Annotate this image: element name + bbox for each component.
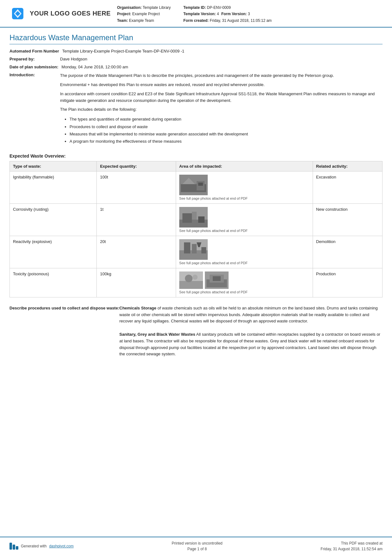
list-item: The types and quantities of waste genera… <box>70 115 383 123</box>
site-photo <box>179 271 203 289</box>
date-value: Monday, 04 June 2018, 12:00:00 am <box>62 65 383 69</box>
intro-para4: The Plan includes details on the followi… <box>60 106 383 113</box>
header-meta: Organisation: Template Library Project: … <box>117 3 383 24</box>
footer: Generated with dashpivot.com Printed ver… <box>0 537 392 555</box>
procedures-label: Describe procedures used to collect and … <box>9 305 119 311</box>
waste-activity: New construction <box>313 203 382 236</box>
table-row: Corrosivity (rusting) 1t See full page p… <box>10 203 383 236</box>
project-label: Project: <box>117 12 131 16</box>
header-meta-right: Template ID: DP-ENV-0009 Template Versio… <box>183 4 272 24</box>
footer-pdf-date: Friday, 31 August 2018, 11:52:54 am <box>321 546 383 552</box>
date-row: Date of plan submission: Monday, 04 June… <box>9 65 383 69</box>
waste-activity: Excavation <box>313 171 382 203</box>
main-content: Hazardous Waste Management Plan Automate… <box>0 28 392 537</box>
template-id-label: Template ID: <box>183 5 206 10</box>
org-line: Organisation: Template Library <box>117 4 171 11</box>
waste-type: Reactivity (explosive) <box>10 236 97 268</box>
template-version-value: 4 <box>217 12 219 16</box>
waste-table: Type of waste: Expected quantity: Area o… <box>9 161 383 297</box>
team-line: Team: Example Team <box>117 17 171 24</box>
project-line: Project: Example Project <box>117 11 171 17</box>
svg-point-22 <box>193 275 198 280</box>
document-title: Hazardous Waste Management Plan <box>9 33 383 44</box>
table-row: Ignitability (flammable) 100t See full p… <box>10 171 383 203</box>
svg-rect-18 <box>201 247 206 253</box>
list-item: A program for monitoring the effectivene… <box>70 138 383 145</box>
waste-area: See full page photos attached at end of … <box>176 171 313 203</box>
svg-rect-20 <box>179 281 203 289</box>
org-label: Organisation: <box>117 5 142 10</box>
table-header-row: Type of waste: Expected quantity: Area o… <box>10 161 383 171</box>
header: YOUR LOGO GOES HERE Organisation: Templa… <box>0 0 392 28</box>
date-label: Date of plan submission: <box>9 65 62 69</box>
site-photo <box>179 239 208 260</box>
footer-site-link[interactable]: dashpivot.com <box>49 544 73 548</box>
waste-quantity: 1t <box>97 203 176 236</box>
logo-icon <box>9 5 26 22</box>
waste-quantity: 100kg <box>97 268 176 297</box>
intro-para2: Environmental + has developed this Plan … <box>60 82 383 88</box>
list-item: Measures that will be implemented to min… <box>70 130 383 138</box>
team-value: Example Team <box>129 18 154 23</box>
footer-center: Printed version is uncontrolled Page 1 o… <box>172 540 223 552</box>
logo-area: YOUR LOGO GOES HERE <box>9 3 111 24</box>
footer-uncontrolled: Printed version is uncontrolled <box>172 540 223 546</box>
svg-rect-27 <box>9 543 12 550</box>
photo-caption: See full page photos attached at end of … <box>179 229 309 233</box>
waste-activity: Production <box>313 268 382 297</box>
logo-text: YOUR LOGO GOES HERE <box>30 10 111 17</box>
waste-type: Corrosivity (rusting) <box>10 203 97 236</box>
team-label: Team: <box>117 18 128 23</box>
procedures-content: Chemicals Storage of waste chemicals suc… <box>119 305 383 358</box>
sanitary-bold: Sanitary, Grey and Black Water Wastes <box>119 332 195 337</box>
form-number-value: Template Library-Example Project-Example… <box>62 49 383 53</box>
form-number-label: Automated Form Number <box>9 49 62 53</box>
form-created-label: Form created: <box>183 18 209 23</box>
site-photo <box>205 271 229 289</box>
form-created-value: Friday, 31 August 2018, 11:05:12 am <box>210 18 272 23</box>
waste-overview-title: Expected Waste Overview: <box>9 153 383 159</box>
form-number-row: Automated Form Number Template Library-E… <box>9 49 383 53</box>
footer-generated-text: Generated with <box>21 544 46 548</box>
template-version-label: Template Version: <box>183 12 216 16</box>
table-row: Reactivity (explosive) 20t See full page… <box>10 236 383 268</box>
header-meta-left: Organisation: Template Library Project: … <box>117 4 171 24</box>
intro-label: Introduction: <box>9 72 60 77</box>
footer-page: Page 1 of 8 <box>172 546 223 552</box>
col-header-area: Area of site impacted: <box>176 161 313 171</box>
svg-rect-15 <box>184 242 190 253</box>
photo-caption: See full page photos attached at end of … <box>179 290 309 294</box>
waste-activity: Demolition <box>313 236 382 268</box>
procedures-row: Describe procedures used to collect and … <box>9 302 383 358</box>
procedures-para1: Chemicals Storage of waste chemicals suc… <box>119 305 383 325</box>
waste-quantity: 100t <box>97 171 176 203</box>
svg-rect-26 <box>213 276 221 281</box>
footer-logo-icon <box>9 543 18 550</box>
waste-type: Ignitability (flammable) <box>10 171 97 203</box>
site-photo <box>179 207 208 228</box>
chemicals-storage-rest: of waste chemicals such as oils will be … <box>119 306 378 324</box>
form-version-label: Form Version: <box>221 12 247 16</box>
template-id-line: Template ID: DP-ENV-0009 <box>183 4 272 11</box>
col-header-type: Type of waste: <box>10 161 97 171</box>
intro-para3: In accordance with consent condition E22… <box>60 91 383 104</box>
org-value: Template Library <box>143 5 171 10</box>
template-version-line: Template Version: 4 Form Version: 3 <box>183 11 272 17</box>
photo-caption: See full page photos attached at end of … <box>179 196 309 200</box>
waste-area: See full page photos attached at end of … <box>176 203 313 236</box>
waste-area: See full page photos attached at end of … <box>176 268 313 297</box>
project-value: Example Project <box>132 12 160 16</box>
svg-rect-29 <box>16 546 18 550</box>
intro-list: The types and quantities of waste genera… <box>70 115 383 145</box>
prepared-by-value: Dave Hodgson <box>60 57 383 61</box>
col-header-activity: Related activity: <box>313 161 382 171</box>
svg-rect-7 <box>198 183 203 186</box>
prepared-by-label: Prepared by: <box>9 57 60 61</box>
site-photo <box>179 175 208 195</box>
footer-right: This PDF was created at Friday, 31 Augus… <box>321 540 383 552</box>
svg-rect-12 <box>198 216 205 223</box>
svg-rect-16 <box>192 244 197 253</box>
footer-left: Generated with dashpivot.com <box>9 543 74 550</box>
svg-point-21 <box>185 275 193 282</box>
form-created-line: Form created: Friday, 31 August 2018, 11… <box>183 17 272 24</box>
